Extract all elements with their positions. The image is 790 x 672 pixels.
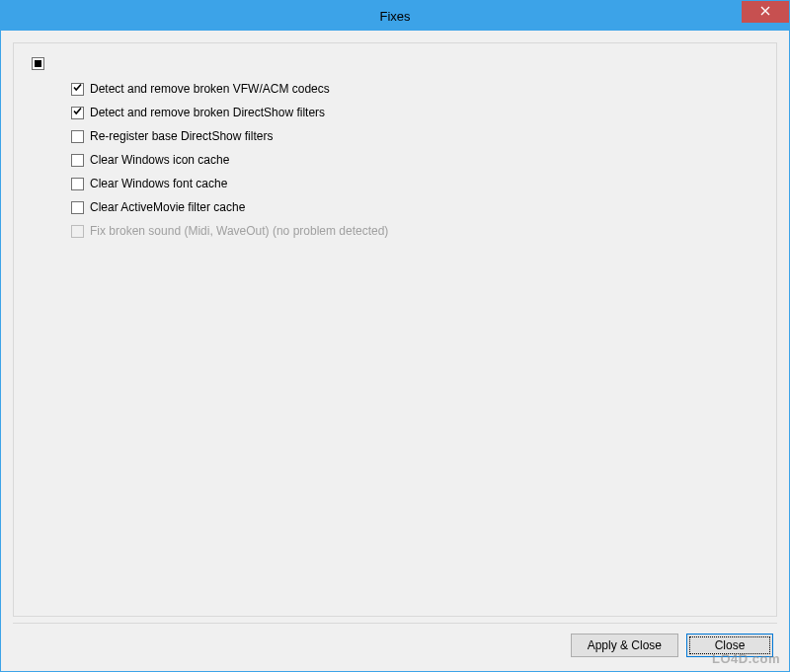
checkbox-label[interactable]: Re-register base DirectShow filters — [90, 129, 273, 143]
checkbox-list: Detect and remove broken VFW/ACM codecsD… — [30, 80, 760, 240]
options-panel: Detect and remove broken VFW/ACM codecsD… — [13, 42, 777, 617]
checkbox-label[interactable]: Clear Windows icon cache — [90, 153, 229, 167]
checkbox-2[interactable] — [71, 130, 84, 143]
checkbox-label[interactable]: Detect and remove broken VFW/ACM codecs — [90, 82, 330, 96]
checkbox-row: Re-register base DirectShow filters — [71, 127, 760, 145]
checkmark-icon — [72, 106, 83, 119]
window-frame: Fixes Detect and remove broken VFW/ACM c… — [0, 0, 790, 672]
checkbox-row: Clear Windows icon cache — [71, 151, 760, 169]
close-button[interactable]: Close — [686, 634, 773, 657]
checkbox-3[interactable] — [71, 154, 84, 167]
checkbox-label[interactable]: Clear ActiveMovie filter cache — [90, 200, 245, 214]
checkbox-row: Clear ActiveMovie filter cache — [71, 198, 760, 216]
select-all-checkbox[interactable] — [32, 57, 44, 70]
button-row: Apply & Close Close — [13, 634, 777, 659]
checkbox-row: Clear Windows font cache — [71, 175, 760, 192]
checkbox-0[interactable] — [71, 83, 84, 96]
checkbox-6 — [71, 225, 84, 238]
titlebar[interactable]: Fixes — [1, 1, 789, 31]
checkbox-row: Detect and remove broken DirectShow filt… — [71, 104, 760, 121]
content-area: Detect and remove broken VFW/ACM codecsD… — [1, 31, 789, 671]
checkbox-label[interactable]: Detect and remove broken DirectShow filt… — [90, 106, 325, 119]
checkbox-1[interactable] — [71, 107, 84, 119]
checkbox-row: Detect and remove broken VFW/ACM codecs — [71, 80, 760, 98]
checkbox-5[interactable] — [71, 201, 84, 214]
checkmark-icon — [72, 82, 83, 96]
window-title: Fixes — [379, 9, 410, 24]
window-close-button[interactable] — [742, 1, 789, 23]
checkbox-4[interactable] — [71, 178, 84, 190]
checkbox-label[interactable]: Clear Windows font cache — [90, 177, 227, 190]
select-all-row — [32, 57, 760, 70]
close-icon — [760, 5, 770, 19]
indeterminate-icon — [35, 60, 41, 67]
checkbox-label: Fix broken sound (Midi, WaveOut) (no pro… — [90, 224, 388, 238]
apply-close-button[interactable]: Apply & Close — [571, 634, 678, 657]
separator — [13, 623, 777, 624]
checkbox-row: Fix broken sound (Midi, WaveOut) (no pro… — [71, 222, 760, 240]
